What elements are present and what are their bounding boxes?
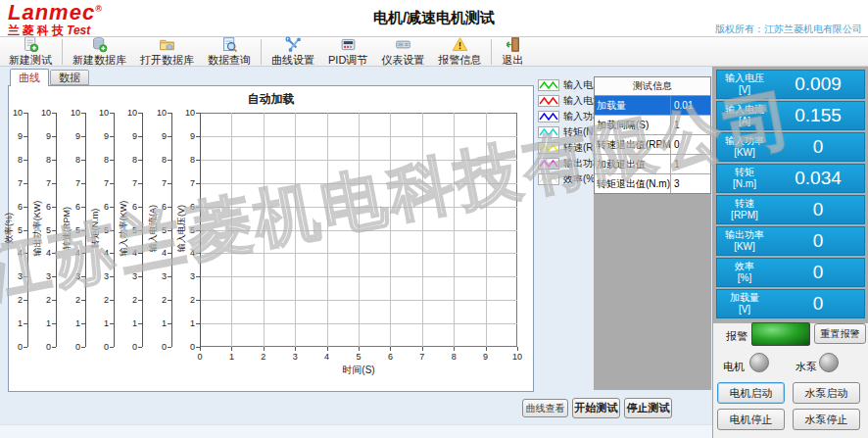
toolbar-item-label: 曲线设置 bbox=[271, 53, 314, 68]
toolbar-data-query-button[interactable]: 数据查询 bbox=[201, 35, 258, 68]
y-axis-line bbox=[114, 113, 115, 347]
y-tick-label: 0 bbox=[120, 342, 137, 352]
y-tick-mark bbox=[81, 300, 85, 301]
test-info-row[interactable]: 加载量0.01 bbox=[595, 96, 710, 116]
readout-label: 效率[%] bbox=[717, 261, 772, 284]
y-tick-mark bbox=[110, 276, 114, 277]
legend-swatch bbox=[538, 173, 559, 185]
app-window: Lanmec® 兰菱科技Test 电机/减速电机测试 版权所有：江苏兰菱机电有限… bbox=[0, 0, 868, 438]
y-tick-label: 7 bbox=[91, 178, 109, 188]
readout-value: 0 bbox=[772, 136, 864, 158]
x-tick-label: 2 bbox=[255, 352, 272, 362]
toolbar-alarm-info-button[interactable]: 报警信息 bbox=[431, 35, 488, 68]
app-header: Lanmec® 兰菱科技Test 电机/减速电机测试 版权所有：江苏兰菱机电有限… bbox=[0, 0, 868, 37]
test-info-row-value: 1 bbox=[671, 155, 710, 173]
pump-start-button[interactable]: 水泵启动 bbox=[793, 382, 860, 404]
toolbar-new-test-button[interactable]: 新建测试 bbox=[2, 35, 59, 68]
x-tick-label: 6 bbox=[381, 352, 399, 362]
x-tick-label: 3 bbox=[286, 352, 304, 362]
tab-data[interactable]: 数据 bbox=[50, 70, 89, 85]
y-tick-mark bbox=[168, 230, 171, 231]
readout-label: 输入功率[KW] bbox=[717, 135, 772, 159]
x-tick-mark bbox=[231, 347, 232, 351]
gridline-horizontal bbox=[200, 300, 517, 301]
y-axis-line bbox=[56, 113, 57, 347]
y-tick-mark bbox=[52, 160, 56, 161]
curve-view-button[interactable]: 曲线查看 bbox=[522, 399, 568, 417]
stop-test-button[interactable]: 停止测试 bbox=[624, 398, 672, 418]
test-info-row-label: 转速退出值(RPM) bbox=[595, 135, 671, 154]
bottom-strip bbox=[0, 424, 712, 438]
test-info-row[interactable]: 转速退出值(RPM)0 bbox=[595, 135, 710, 155]
y-tick-mark bbox=[196, 113, 200, 114]
y-tick-mark bbox=[81, 183, 85, 184]
y-tick-label: 1 bbox=[120, 318, 137, 328]
pump-stop-button[interactable]: 水泵停止 bbox=[793, 409, 860, 430]
y-tick-label: 0 bbox=[5, 342, 23, 352]
y-tick-label: 1 bbox=[149, 318, 167, 328]
motor-stop-button[interactable]: 电机停止 bbox=[717, 409, 785, 430]
readout-value: 0 bbox=[772, 199, 864, 220]
toolbar: 新建测试新建数据库打开数据库数据查询曲线设置PID调节仪表设置报警信息退出 bbox=[0, 37, 868, 67]
y-tick-mark bbox=[81, 160, 85, 161]
toolbar-pid-tune-button[interactable]: PID调节 bbox=[321, 35, 374, 68]
y-tick-mark bbox=[110, 230, 114, 231]
start-test-button[interactable]: 开始测试 bbox=[572, 398, 620, 418]
gridline-horizontal bbox=[200, 160, 517, 161]
y-tick-mark bbox=[81, 207, 85, 208]
test-info-row[interactable]: 转矩退出值(N.m)3 bbox=[595, 174, 710, 193]
readout-label-name: 输出功率 bbox=[717, 229, 772, 241]
toolbar-exit-button[interactable]: 退出 bbox=[495, 35, 530, 68]
toolbar-meter-settings-button[interactable]: 仪表设置 bbox=[374, 35, 431, 68]
toolbar-item-label: 打开数据库 bbox=[140, 53, 194, 68]
y-tick-label: 8 bbox=[120, 155, 137, 165]
readout-unit: [N.m] bbox=[717, 178, 772, 190]
y-tick-mark bbox=[110, 323, 114, 324]
motor-label: 电机 bbox=[723, 360, 745, 374]
y-tick-mark bbox=[110, 136, 114, 137]
toolbar-new-database-button[interactable]: 新建数据库 bbox=[66, 35, 133, 68]
y-tick-mark bbox=[168, 183, 171, 184]
y-tick-label: 3 bbox=[33, 271, 51, 281]
motor-start-button[interactable]: 电机启动 bbox=[717, 382, 785, 404]
toolbar-item-label: 新建数据库 bbox=[72, 53, 126, 68]
tab-curve[interactable]: 曲线 bbox=[10, 69, 49, 86]
y-tick-label: 0 bbox=[177, 342, 195, 352]
y-tick-label: 9 bbox=[177, 131, 195, 141]
y-tick-mark bbox=[138, 113, 142, 114]
x-tick-label: 1 bbox=[222, 352, 240, 362]
y-tick-label: 9 bbox=[33, 131, 51, 141]
toolbar-open-database-button[interactable]: 打开数据库 bbox=[133, 35, 201, 68]
y-tick-mark bbox=[81, 230, 85, 231]
y-tick-mark bbox=[52, 136, 56, 137]
y-tick-mark bbox=[110, 347, 114, 348]
gridline-horizontal bbox=[200, 230, 517, 231]
legend-swatch bbox=[538, 79, 559, 91]
y-tick-label: 8 bbox=[5, 155, 23, 165]
y-tick-label: 0 bbox=[63, 342, 80, 352]
toolbar-separator bbox=[62, 39, 63, 65]
gridline-horizontal bbox=[200, 276, 517, 277]
y-tick-mark bbox=[196, 207, 200, 208]
y-tick-mark bbox=[196, 183, 200, 184]
readout-card-5: 转速[RPM]0 bbox=[716, 195, 865, 224]
y-tick-mark bbox=[81, 347, 85, 348]
new-test-icon bbox=[23, 36, 39, 53]
y-tick-mark bbox=[52, 230, 56, 231]
y-tick-mark bbox=[138, 253, 142, 254]
test-info-row[interactable]: 加载间隔(S)1 bbox=[595, 116, 710, 135]
reset-alarm-button[interactable]: 重置报警 bbox=[814, 323, 866, 344]
y-tick-mark bbox=[81, 136, 85, 137]
test-info-row-label: 转矩退出值(N.m) bbox=[595, 174, 671, 193]
gridline-horizontal bbox=[200, 136, 517, 137]
readout-unit: [KW] bbox=[717, 147, 772, 159]
readout-value: 0 bbox=[772, 293, 864, 315]
test-info-row[interactable]: 加载退出值1 bbox=[595, 155, 710, 174]
readout-card-4: 转矩[N.m]0.034 bbox=[716, 164, 865, 193]
y-tick-mark bbox=[168, 113, 171, 114]
y-tick-mark bbox=[168, 276, 171, 277]
toolbar-curve-settings-button[interactable]: 曲线设置 bbox=[265, 35, 321, 68]
y-tick-mark bbox=[110, 253, 114, 254]
y-tick-mark bbox=[52, 253, 56, 254]
y-tick-label: 3 bbox=[149, 271, 167, 281]
